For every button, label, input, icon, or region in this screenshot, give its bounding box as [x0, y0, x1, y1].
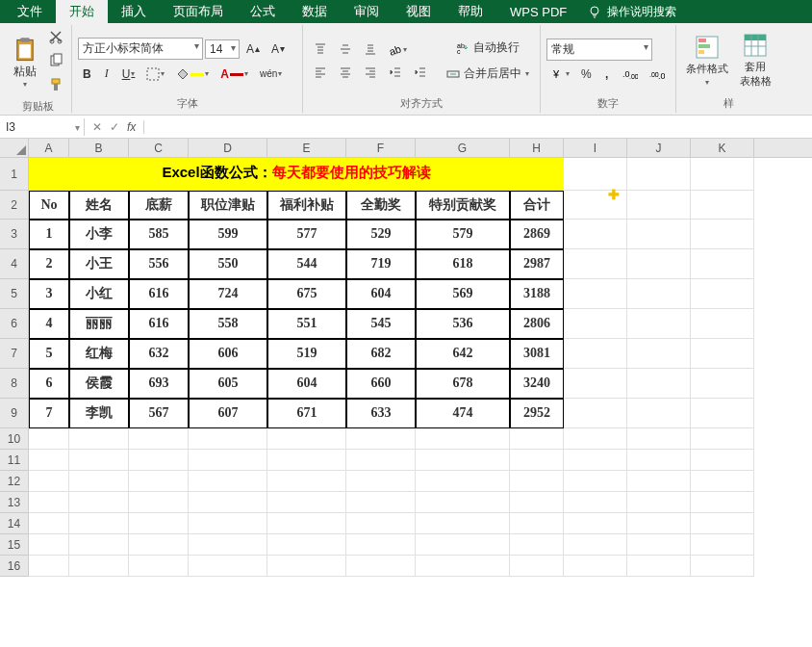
row-header[interactable]: 3 — [0, 220, 29, 249]
cell[interactable] — [564, 556, 627, 577]
data-cell[interactable]: 719 — [346, 249, 416, 279]
decrease-indent-button[interactable] — [384, 63, 407, 82]
cell[interactable] — [627, 158, 691, 191]
cell[interactable] — [627, 513, 691, 534]
cell[interactable] — [691, 399, 754, 428]
format-painter-button[interactable] — [46, 75, 65, 97]
percent-button[interactable]: % — [576, 65, 596, 84]
data-cell[interactable]: 577 — [267, 220, 346, 249]
col-header-H[interactable]: H — [510, 139, 564, 157]
cell[interactable] — [416, 471, 510, 492]
data-cell[interactable]: 642 — [416, 339, 510, 369]
cell[interactable] — [564, 513, 627, 534]
data-cell[interactable]: 693 — [129, 369, 189, 399]
header-cell[interactable]: 福利补贴 — [267, 191, 346, 220]
cell[interactable] — [627, 471, 691, 492]
cell[interactable] — [564, 220, 627, 249]
cell[interactable] — [564, 399, 627, 428]
border-button[interactable]: ▾ — [141, 65, 169, 84]
cell[interactable] — [267, 471, 346, 492]
col-header-F[interactable]: F — [346, 139, 416, 157]
data-cell[interactable]: 丽丽 — [69, 309, 129, 339]
menu-数据[interactable]: 数据 — [289, 0, 341, 24]
data-cell[interactable]: 605 — [189, 369, 267, 399]
cell[interactable] — [564, 339, 627, 369]
data-cell[interactable]: 474 — [416, 399, 510, 428]
cell[interactable] — [129, 428, 189, 450]
data-cell[interactable]: 529 — [346, 220, 416, 249]
cell[interactable] — [627, 428, 691, 450]
italic-button[interactable]: I — [98, 64, 115, 84]
align-bottom-button[interactable] — [359, 39, 382, 59]
cell[interactable] — [691, 249, 754, 279]
data-cell[interactable]: 604 — [267, 369, 346, 399]
header-cell[interactable]: 全勤奖 — [346, 191, 416, 220]
cell[interactable] — [416, 428, 510, 450]
row-header[interactable]: 4 — [0, 249, 29, 279]
data-cell[interactable]: 李凯 — [69, 399, 129, 428]
row-header[interactable]: 13 — [0, 492, 29, 513]
cell[interactable] — [510, 556, 564, 577]
data-cell[interactable]: 551 — [267, 309, 346, 339]
cell[interactable] — [564, 492, 627, 513]
data-cell[interactable]: 2952 — [510, 399, 564, 428]
data-cell[interactable]: 671 — [267, 399, 346, 428]
cell[interactable] — [627, 339, 691, 369]
data-cell[interactable]: 585 — [129, 220, 189, 249]
data-cell[interactable]: 607 — [189, 399, 267, 428]
col-header-I[interactable]: I — [564, 139, 627, 157]
col-header-J[interactable]: J — [627, 139, 691, 157]
fill-color-button[interactable]: ▾ — [171, 65, 214, 84]
cell[interactable] — [346, 450, 416, 471]
cell[interactable] — [416, 513, 510, 534]
cell[interactable] — [189, 556, 267, 577]
cell[interactable] — [627, 309, 691, 339]
cell[interactable] — [691, 158, 754, 191]
cell[interactable] — [69, 534, 129, 556]
cell[interactable] — [691, 492, 754, 513]
row-header[interactable]: 8 — [0, 369, 29, 399]
cell[interactable] — [691, 191, 754, 220]
align-right-button[interactable] — [359, 63, 382, 82]
data-cell[interactable]: 545 — [346, 309, 416, 339]
row-header[interactable]: 16 — [0, 556, 29, 577]
cell[interactable] — [627, 399, 691, 428]
cell[interactable] — [29, 471, 69, 492]
increase-font-button[interactable]: A▴ — [241, 39, 265, 59]
col-header-C[interactable]: C — [129, 139, 189, 157]
cell[interactable] — [189, 513, 267, 534]
data-cell[interactable]: 小李 — [69, 220, 129, 249]
header-cell[interactable]: 底薪 — [129, 191, 189, 220]
decrease-font-button[interactable]: A▾ — [266, 39, 290, 59]
col-header-B[interactable]: B — [69, 139, 129, 157]
cell[interactable] — [129, 513, 189, 534]
cell[interactable] — [416, 534, 510, 556]
cell[interactable] — [267, 428, 346, 450]
menu-页面布局[interactable]: 页面布局 — [160, 0, 237, 24]
row-header[interactable]: 6 — [0, 309, 29, 339]
cell[interactable] — [29, 450, 69, 471]
col-header-A[interactable]: A — [29, 139, 69, 157]
data-cell[interactable]: 7 — [29, 399, 69, 428]
cell[interactable] — [346, 471, 416, 492]
data-cell[interactable]: 606 — [189, 339, 267, 369]
data-cell[interactable]: 4 — [29, 309, 69, 339]
cancel-formula-button[interactable]: ✕ — [92, 120, 102, 134]
header-cell[interactable]: 职位津贴 — [189, 191, 267, 220]
data-cell[interactable]: 2 — [29, 249, 69, 279]
menu-文件[interactable]: 文件 — [4, 0, 56, 24]
cell[interactable] — [129, 450, 189, 471]
cell[interactable] — [627, 220, 691, 249]
cell[interactable] — [627, 492, 691, 513]
cell[interactable] — [189, 492, 267, 513]
cell[interactable] — [510, 450, 564, 471]
row-header[interactable]: 5 — [0, 279, 29, 309]
comma-button[interactable]: , — [598, 65, 616, 84]
row-header[interactable]: 11 — [0, 450, 29, 471]
cell[interactable] — [416, 492, 510, 513]
cell[interactable] — [627, 369, 691, 399]
cell[interactable] — [189, 534, 267, 556]
data-cell[interactable]: 小红 — [69, 279, 129, 309]
select-all-corner[interactable] — [0, 139, 29, 157]
data-cell[interactable]: 3188 — [510, 279, 564, 309]
